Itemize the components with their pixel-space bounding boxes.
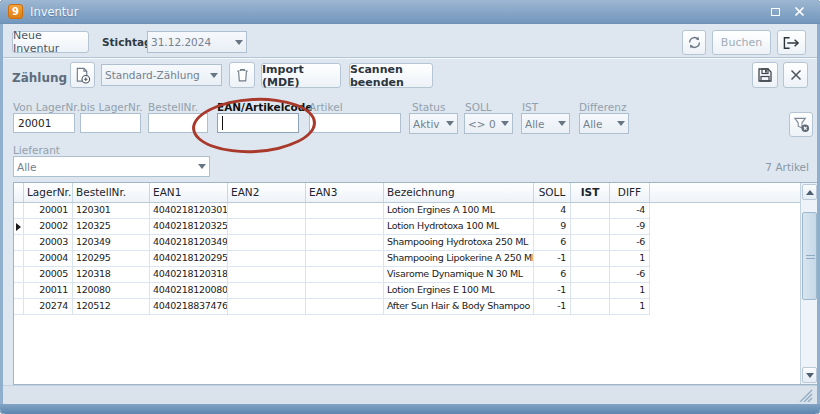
scannen-beenden-button[interactable]: Scannen beenden [349,63,433,88]
cell: Lotion Ergines E 100 ML [384,283,534,299]
cell [228,267,306,283]
close-button[interactable] [790,4,808,19]
save-button[interactable] [752,62,778,88]
cell [306,251,384,267]
cell [306,267,384,283]
cell: 20004 [24,251,73,267]
chevron-down-icon [617,121,625,126]
stichtag-dropdown[interactable]: 31.12.2024 [147,31,247,53]
cell: 6 [534,235,571,251]
cell: 4040218120318 [150,267,228,283]
table-row[interactable]: 202741205124040218837476After Sun Hair &… [14,299,817,315]
column-header-ean1[interactable]: EAN1 [150,183,228,202]
table-row[interactable]: 200111200804040218120080Lotion Ergines E… [14,283,817,299]
differenz-dropdown[interactable]: Alle [579,113,629,134]
bestellnr-input[interactable] [148,113,208,133]
cell: 4040218120301 [150,203,228,219]
import-mde-button[interactable]: Import (MDE) [261,63,341,88]
column-header-bezeichnung[interactable]: Bezeichnung [384,183,534,202]
ist-value: Alle [525,118,555,130]
thumb-grip-icon [806,255,815,259]
cell [228,219,306,235]
cell [571,203,610,219]
buchen-button[interactable]: Buchen [712,30,771,55]
inventory-table: LagerNr.BestellNr.EAN1EAN2EAN3Bezeichnun… [13,182,818,385]
status-dropdown[interactable]: Aktiv [409,113,458,134]
cell: 9 [534,219,571,235]
row-indicator [14,299,24,315]
column-header-bestellnr-[interactable]: BestellNr. [73,183,150,202]
zaehlung-dropdown[interactable]: Standard-Zählung [101,64,222,86]
bis-lagernr-label: bis LagerNr. [80,101,143,113]
resize-grip-icon[interactable] [799,389,813,402]
cell [571,235,610,251]
row-indicator [14,267,24,283]
clear-filter-button[interactable] [789,112,813,137]
ist-dropdown[interactable]: Alle [521,113,570,134]
inventur-window: 9 Inventur Neue Inventur Stichtag: 31.12… [0,0,820,414]
exit-icon [783,36,800,50]
column-header-soll[interactable]: SOLL [534,183,571,202]
delete-count-button[interactable] [229,62,255,88]
cell: 1 [610,283,650,299]
cell: 20001 [24,203,73,219]
zaehlung-dropdown-value: Standard-Zählung [105,69,207,81]
row-indicator [14,251,24,267]
column-header-ist[interactable]: IST [571,183,610,202]
refresh-button[interactable] [682,30,706,55]
column-header-ean3[interactable]: EAN3 [306,183,384,202]
table-row[interactable]: 200051203184040218120318Visarome Dynamiq… [14,267,817,283]
cell: 1 [610,299,650,315]
bis-lagernr-input[interactable] [80,113,141,133]
table-header-row: LagerNr.BestellNr.EAN1EAN2EAN3Bezeichnun… [14,183,817,203]
vertical-scrollbar[interactable] [800,183,817,384]
cell: Visarome Dynamique N 30 ML [384,267,534,283]
cell [228,203,306,219]
cell [571,219,610,235]
app-icon: 9 [8,4,23,19]
maximize-icon [771,8,780,16]
scroll-up-button[interactable] [802,184,817,200]
cell: -6 [610,235,650,251]
von-lagernr-label: Von LagerNr. [13,101,80,113]
table-row[interactable]: 200011203014040218120301Lotion Ergines A… [14,203,817,219]
cell: -1 [534,299,571,315]
table-row[interactable]: 200021203254040218120325Lotion Hydrotoxa… [14,219,817,235]
soll-dropdown[interactable]: <> 0 [464,113,513,134]
new-count-button[interactable] [70,62,95,88]
row-indicator [14,203,24,219]
cell: 120295 [73,251,150,267]
column-header-diff[interactable]: DIFF [610,183,650,202]
cell: 4040218120325 [150,219,228,235]
cell: 4 [534,203,571,219]
cell: -1 [534,251,571,267]
cell [306,203,384,219]
column-header-lagernr-[interactable]: LagerNr. [24,183,73,202]
von-lagernr-input[interactable] [13,113,75,133]
lieferant-dropdown[interactable]: Alle [13,156,210,177]
soll-label: SOLL [465,101,492,113]
text-caret [222,116,223,130]
cell: 4040218120349 [150,235,228,251]
cell: -9 [610,219,650,235]
cell: 20274 [24,299,73,315]
separator-highlight [3,58,817,59]
scroll-down-button[interactable] [802,367,817,383]
window-title: Inventur [30,5,78,19]
cell [571,299,610,315]
cell [306,219,384,235]
maximize-button[interactable] [766,4,784,19]
table-row[interactable]: 200031203494040218120349Shampooing Hydro… [14,235,817,251]
cancel-count-button[interactable] [783,62,808,88]
scrollbar-thumb[interactable] [802,212,817,300]
ean-artikelcode-input[interactable] [217,113,299,133]
neue-inventur-button[interactable]: Neue Inventur [12,31,89,53]
table-row[interactable]: 200041202954040218120295Shampooing Lipok… [14,251,817,267]
column-header-ean2[interactable]: EAN2 [228,183,306,202]
differenz-label: Differenz [579,101,626,113]
lieferant-value: Alle [17,161,195,173]
trash-icon [235,67,250,83]
cell: 1 [610,251,650,267]
exit-button[interactable] [777,30,806,55]
artikel-input[interactable] [309,113,401,133]
